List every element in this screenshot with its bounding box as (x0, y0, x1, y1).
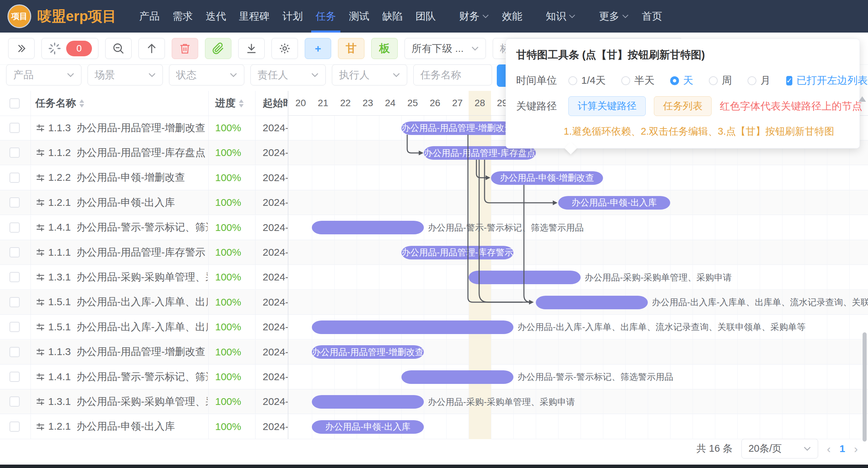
time-unit-row: 时间单位 1/4天半天天周月 ✓ 已打开左边列表 (516, 74, 849, 87)
filter-select-场景[interactable]: 场景 (88, 64, 163, 85)
row-checkbox[interactable] (10, 222, 20, 233)
filter-select-状态[interactable]: 状态 (169, 64, 244, 85)
gantt-bar[interactable]: 办公用品-申领-出入库 (312, 420, 424, 434)
gantt-bar[interactable]: 办公用品-用品管理-增删改查 (312, 345, 424, 359)
task-list-button[interactable]: 任务列表 (654, 96, 712, 116)
gantt-bar[interactable]: 办公用品-申领-出入库 (558, 196, 670, 210)
burst-button[interactable]: 0 (41, 38, 98, 59)
row-checkbox[interactable] (10, 347, 20, 357)
chevron-down-icon (148, 73, 156, 77)
nav-item-测试[interactable]: 测试 (349, 0, 369, 33)
row-checkbox[interactable] (10, 123, 20, 133)
filter-select-执行人[interactable]: 执行人 (332, 64, 407, 85)
column-divider (208, 315, 209, 339)
table-row[interactable]: 1.2.1 办公用品-申领-出入库100%2024- (0, 414, 288, 439)
gear-button[interactable] (271, 38, 298, 59)
start-date-cell: 2024- (263, 240, 288, 265)
scrollbar-up-arrow[interactable] (858, 96, 866, 102)
row-checkbox[interactable] (10, 197, 20, 208)
table-row[interactable]: 1.1.2 办公用品-用品管理-库存盘点100%2024- (0, 140, 288, 165)
row-checkbox[interactable] (10, 297, 20, 307)
app-logo[interactable]: 项目 (7, 4, 31, 28)
table-row[interactable]: 1.1.3 办公用品-用品管理-增删改查100%2024- (0, 340, 288, 365)
table-row[interactable]: 1.3.1 办公用品-采购-采购单管理、采购申请100%2024- (0, 389, 288, 414)
gantt-bar[interactable] (312, 395, 424, 409)
table-row[interactable]: 1.5.1 办公用品-出入库-入库单、出库单、流水记录查询、关联申领单、采购单等… (0, 290, 288, 315)
table-row[interactable]: 1.1.1 办公用品-用品管理-库存警示100%2024- (0, 240, 288, 265)
chevrons-right-button[interactable] (8, 38, 35, 59)
filter-select-责任人[interactable]: 责任人 (250, 64, 326, 85)
zoom-out-button[interactable] (105, 38, 132, 59)
time-unit-radio-周[interactable]: 周 (709, 74, 732, 87)
sort-icon[interactable] (239, 99, 244, 108)
time-unit-radio-半天[interactable]: 半天 (621, 74, 655, 87)
gantt-bar[interactable]: 办公用品-用品管理-库存警示 (401, 246, 513, 259)
gantt-bar[interactable] (312, 320, 513, 334)
nav-item-知识[interactable]: 知识 (546, 0, 575, 33)
paperclip-button[interactable] (205, 38, 231, 59)
gantt-bar[interactable] (469, 271, 581, 284)
nav-item-财务[interactable]: 财务 (459, 0, 489, 33)
nav-item-任务[interactable]: 任务 (316, 0, 336, 33)
arrow-up-button[interactable] (138, 38, 165, 59)
gantt-row (288, 240, 868, 265)
time-unit-radio-月[interactable]: 月 (748, 74, 771, 87)
table-row[interactable]: 1.4.1 办公用品-警示-警示标记、筛选警示用品100%2024- (0, 365, 288, 389)
current-page[interactable]: 1 (839, 443, 845, 454)
nav-item-迭代[interactable]: 迭代 (206, 0, 226, 33)
scope-select[interactable]: 所有下级 ... (404, 38, 486, 59)
prev-page-button[interactable]: ‹ (827, 442, 831, 455)
select-all-checkbox[interactable] (10, 98, 20, 109)
table-row[interactable]: 1.2.1 办公用品-申领-出入库100%2024- (0, 190, 288, 215)
filter-select-产品[interactable]: 产品 (6, 64, 81, 85)
row-checkbox[interactable] (10, 422, 20, 432)
table-row[interactable]: 1.3.1 办公用品-采购-采购单管理、采购申请100%2024- (0, 265, 288, 290)
paperclip-icon (212, 42, 224, 55)
row-checkbox[interactable] (10, 396, 20, 407)
gantt-bar[interactable] (401, 370, 513, 384)
row-checkbox[interactable] (10, 247, 20, 257)
nav-item-里程碑[interactable]: 里程碑 (239, 0, 269, 33)
gantt-bar[interactable]: 办公用品-用品管理-增删改查 (401, 121, 513, 135)
vertical-scrollbar-thumb[interactable] (863, 332, 867, 442)
row-checkbox[interactable] (10, 173, 20, 183)
table-row[interactable]: 1.1.3 办公用品-用品管理-增删改查100%2024- (0, 116, 288, 140)
left-list-checkbox[interactable]: ✓ (786, 76, 792, 85)
table-row[interactable]: 1.4.1 办公用品-警示-警示标记、筛选警示用品100%2024- (0, 215, 288, 240)
btn-板-button[interactable]: 板 (371, 38, 398, 59)
horizontal-scrollbar[interactable] (0, 465, 868, 468)
nav-item-团队[interactable]: 团队 (415, 0, 436, 33)
nav-item-更多[interactable]: 更多 (599, 0, 629, 33)
page-size-select[interactable]: 20条/页 (741, 439, 818, 459)
project-title: 唛盟erp项目 (37, 7, 116, 26)
download-button[interactable] (238, 38, 265, 59)
header-task-name[interactable]: 任务名称 (35, 91, 208, 116)
gantt-bar[interactable]: 办公用品-申领-增删改查 (491, 171, 603, 185)
time-unit-radio-天[interactable]: 天 (670, 74, 693, 87)
gantt-bar[interactable] (536, 296, 648, 309)
gantt-bar[interactable] (312, 221, 424, 234)
nav-item-需求[interactable]: 需求 (172, 0, 193, 33)
column-divider (208, 190, 209, 215)
row-checkbox[interactable] (10, 148, 20, 158)
calc-critical-path-button[interactable]: 计算关键路径 (568, 96, 646, 116)
nav-item-效能[interactable]: 效能 (502, 0, 522, 33)
gantt-bar-label: 办公用品-采购-采购单管理、采购申请 (428, 395, 575, 409)
sort-icon[interactable] (79, 99, 84, 108)
row-checkbox[interactable] (10, 272, 20, 282)
nav-item-缺陷[interactable]: 缺陷 (382, 0, 402, 33)
task-name-input[interactable] (413, 64, 492, 85)
time-unit-radio-1/4天[interactable]: 1/4天 (568, 74, 606, 87)
row-checkbox[interactable] (10, 372, 20, 382)
table-row[interactable]: 1.5.1 办公用品-出入库-入库单、出库单、流水记录查询、关联申领单、采购单等… (0, 315, 288, 339)
table-row[interactable]: 1.2.2 办公用品-申领-增删改查100%2024- (0, 165, 288, 190)
nav-item-计划[interactable]: 计划 (282, 0, 303, 33)
trash-button[interactable] (172, 38, 198, 59)
nav-item-产品[interactable]: 产品 (139, 0, 159, 33)
btn-+-button[interactable]: + (305, 38, 331, 59)
row-checkbox[interactable] (10, 322, 20, 332)
btn-甘-button[interactable]: 甘 (338, 38, 364, 59)
header-progress[interactable]: 进度 (215, 91, 244, 116)
nav-item-首页[interactable]: 首页 (642, 0, 662, 33)
next-page-button[interactable]: › (854, 442, 858, 455)
